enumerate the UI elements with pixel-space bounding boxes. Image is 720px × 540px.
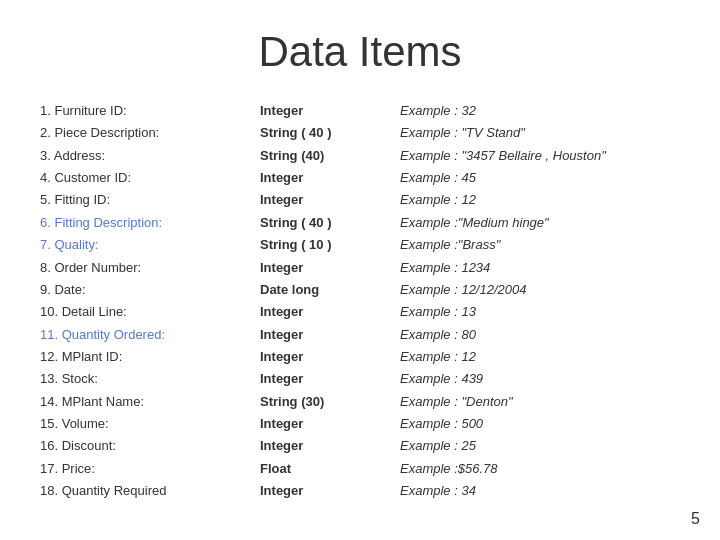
- type-item: Integer: [260, 301, 400, 323]
- type-item: Integer: [260, 368, 400, 390]
- list-item: 13. Stock:: [40, 368, 260, 390]
- example-item: Example : 13: [400, 301, 640, 323]
- example-item: Example : 12: [400, 189, 640, 211]
- list-item: 6. Fitting Description:: [40, 212, 260, 234]
- example-item: Example : "Denton": [400, 391, 640, 413]
- type-item: Integer: [260, 413, 400, 435]
- list-item: 15. Volume:: [40, 413, 260, 435]
- type-item: Integer: [260, 346, 400, 368]
- example-item: Example :$56.78: [400, 458, 640, 480]
- example-item: Example :"Brass": [400, 234, 640, 256]
- example-item: Example : 80: [400, 324, 640, 346]
- type-item: Integer: [260, 167, 400, 189]
- example-item: Example : 45: [400, 167, 640, 189]
- list-item: 1. Furniture ID:: [40, 100, 260, 122]
- example-item: Example : 12/12/2004: [400, 279, 640, 301]
- type-item: Integer: [260, 480, 400, 502]
- types-column: IntegerString ( 40 )String (40)IntegerIn…: [260, 100, 400, 502]
- list-item: 3. Address:: [40, 145, 260, 167]
- list-item: 4. Customer ID:: [40, 167, 260, 189]
- examples-column: Example : 32Example : "TV Stand"Example …: [400, 100, 640, 502]
- content-area: 1. Furniture ID:2. Piece Description:3. …: [0, 100, 720, 502]
- example-item: Example : 32: [400, 100, 640, 122]
- type-item: String ( 40 ): [260, 122, 400, 144]
- example-item: Example :"Medium hinge": [400, 212, 640, 234]
- list-item: 7. Quality:: [40, 234, 260, 256]
- list-item: 2. Piece Description:: [40, 122, 260, 144]
- type-item: String ( 40 ): [260, 212, 400, 234]
- example-item: Example : 1234: [400, 257, 640, 279]
- list-item: 10. Detail Line:: [40, 301, 260, 323]
- example-item: Example : 12: [400, 346, 640, 368]
- list-item: 5. Fitting ID:: [40, 189, 260, 211]
- list-item: 18. Quantity Required: [40, 480, 260, 502]
- list-item: 17. Price:: [40, 458, 260, 480]
- type-item: Date long: [260, 279, 400, 301]
- type-item: Integer: [260, 324, 400, 346]
- type-item: Integer: [260, 435, 400, 457]
- page-number: 5: [691, 510, 700, 528]
- type-item: Integer: [260, 100, 400, 122]
- example-item: Example : 439: [400, 368, 640, 390]
- type-item: Integer: [260, 189, 400, 211]
- list-item: 16. Discount:: [40, 435, 260, 457]
- list-item: 8. Order Number:: [40, 257, 260, 279]
- list-item: 11. Quantity Ordered:: [40, 324, 260, 346]
- type-item: Integer: [260, 257, 400, 279]
- type-item: String (40): [260, 145, 400, 167]
- example-item: Example : 500: [400, 413, 640, 435]
- list-item: 14. MPlant Name:: [40, 391, 260, 413]
- type-item: String (30): [260, 391, 400, 413]
- page-title: Data Items: [0, 0, 720, 100]
- list-item: 12. MPlant ID:: [40, 346, 260, 368]
- example-item: Example : "TV Stand": [400, 122, 640, 144]
- list-item: 9. Date:: [40, 279, 260, 301]
- example-item: Example : 34: [400, 480, 640, 502]
- example-item: Example : "3457 Bellaire , Houston": [400, 145, 640, 167]
- example-item: Example : 25: [400, 435, 640, 457]
- items-column: 1. Furniture ID:2. Piece Description:3. …: [40, 100, 260, 502]
- type-item: String ( 10 ): [260, 234, 400, 256]
- type-item: Float: [260, 458, 400, 480]
